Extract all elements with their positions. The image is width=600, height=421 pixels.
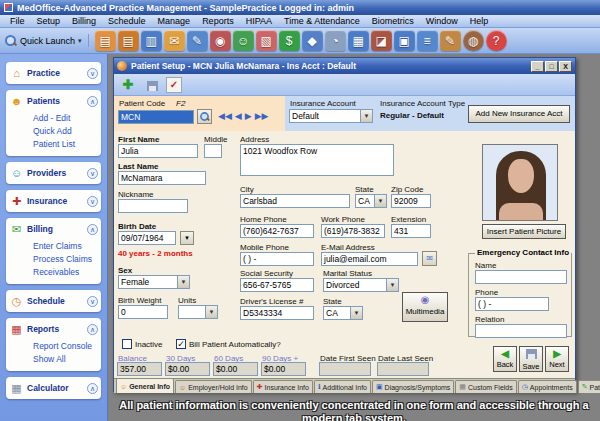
transport-icon[interactable]: ◆ [302, 30, 323, 51]
chevron-up-icon[interactable]: ∧ [87, 96, 98, 107]
units-select[interactable]: ▼ [178, 305, 218, 319]
menu-time-attendance[interactable]: Time & Attendance [278, 16, 366, 26]
first-name-input[interactable]: Julia [118, 144, 198, 158]
sidebar-header-billing[interactable]: ✉ Billing ∧ [9, 220, 98, 238]
back-button[interactable]: ◀ Back [493, 346, 517, 372]
patient-search-button[interactable] [197, 109, 212, 124]
nav-last-button[interactable]: ▶▶ [255, 111, 269, 121]
close-button[interactable]: X [559, 61, 572, 72]
emergency-relation-input[interactable] [475, 324, 567, 338]
statements-icon[interactable]: $ [279, 30, 300, 51]
menu-billing[interactable]: Billing [66, 16, 102, 26]
birth-date-input[interactable]: 09/07/1964 [118, 231, 176, 245]
save-button[interactable]: Save [519, 346, 543, 372]
verify-button[interactable]: ✓ [166, 77, 182, 93]
dl-state-select[interactable]: CA▼ [323, 306, 363, 320]
nav-prev-button[interactable]: ◀ [235, 111, 242, 121]
camera-icon[interactable]: ◉ [210, 30, 231, 51]
menu-schedule[interactable]: Schedule [102, 16, 152, 26]
birth-date-dropdown-button[interactable]: ▼ [180, 231, 194, 245]
sidebar-header-practice[interactable]: ⌂ Practice ∨ [9, 64, 98, 82]
workstation-icon[interactable]: ▣ [394, 30, 415, 51]
drivers-license-input[interactable]: D5343334 [240, 306, 314, 320]
chevron-down-icon[interactable]: ∨ [87, 296, 98, 307]
tab-general-info[interactable]: ☺General Info [116, 378, 174, 393]
emergency-name-input[interactable] [475, 270, 567, 284]
chevron-up-icon[interactable]: ∧ [87, 324, 98, 335]
quick-launch-button[interactable]: Quick Launch ▾ [4, 34, 89, 47]
sidebar-item-add-edit[interactable]: Add - Edit [33, 112, 98, 125]
chevron-down-icon[interactable]: ▼ [360, 110, 372, 122]
icd-codes-icon[interactable]: ▤ [118, 30, 139, 51]
middle-input[interactable] [204, 144, 222, 158]
sidebar-header-calculator[interactable]: ▦ Calculator ∧ [9, 379, 98, 397]
zip-input[interactable]: 92009 [391, 194, 431, 208]
mobile-phone-input[interactable]: ( ) - [240, 252, 314, 266]
nav-next-button[interactable]: ▶ [245, 111, 252, 121]
tab-appointments[interactable]: ◷Appointments [518, 380, 577, 393]
tab-patient-notes[interactable]: ✎Patient Notes [578, 380, 600, 393]
sidebar-header-reports[interactable]: ▦ Reports ∧ [9, 320, 98, 338]
bill-auto-checkbox[interactable]: ✓ [176, 339, 186, 349]
birth-weight-input[interactable]: 0 [118, 305, 168, 319]
chevron-down-icon[interactable]: ∨ [87, 168, 98, 179]
chevron-up-icon[interactable]: ∧ [87, 383, 98, 394]
maximize-button[interactable]: □ [545, 61, 558, 72]
last-name-input[interactable]: McNamara [118, 171, 206, 185]
statistics-icon[interactable]: ◪ [371, 30, 392, 51]
sidebar-header-schedule[interactable]: ◷ Schedule ∨ [9, 292, 98, 310]
fingerprint-icon[interactable]: ◍ [463, 30, 484, 51]
emergency-phone-input[interactable]: ( ) - [475, 297, 549, 311]
chevron-down-icon[interactable]: ▼ [374, 195, 386, 207]
network-icon[interactable]: ≡ [417, 30, 438, 51]
sidebar-header-insurance[interactable]: ✚ Insurance ∨ [9, 192, 98, 210]
extension-input[interactable]: 431 [391, 224, 431, 238]
menu-hipaa[interactable]: HIPAA [240, 16, 278, 26]
chevron-down-icon[interactable]: ▼ [386, 279, 398, 291]
sidebar-item-report-console[interactable]: Report Console [33, 340, 98, 353]
sidebar-header-patients[interactable]: ☻ Patients ∧ [9, 92, 98, 110]
charge-entry-icon[interactable]: ▧ [256, 30, 277, 51]
tab-custom-fields[interactable]: ▦Custom Fields [455, 380, 516, 393]
add-patient-button[interactable]: ✚ [118, 76, 138, 94]
insert-patient-picture-button[interactable]: Insert Patient Picture [482, 224, 566, 239]
menu-window[interactable]: Window [420, 16, 464, 26]
signature-pad-icon[interactable]: ✎ [440, 30, 461, 51]
patient-record-icon[interactable]: ▥ [141, 30, 162, 51]
sidebar-item-patient-list[interactable]: Patient List [33, 138, 98, 151]
sidebar-item-enter-claims[interactable]: Enter Claims [33, 240, 98, 253]
menu-setup[interactable]: Setup [31, 16, 67, 26]
nickname-input[interactable] [118, 199, 188, 213]
sidebar-item-show-all[interactable]: Show All [33, 353, 98, 366]
chevron-up-icon[interactable]: ∧ [87, 224, 98, 235]
sidebar-item-quick-add[interactable]: Quick Add [33, 125, 98, 138]
address-input[interactable]: 1021 Woodfox Row [240, 144, 394, 176]
reports-time-icon[interactable]: ◔ [325, 30, 346, 51]
next-button[interactable]: ▶ Next [545, 346, 569, 372]
tab-additional-info[interactable]: ℹAdditional Info [314, 380, 371, 393]
patient-referral-icon[interactable]: ☺ [233, 30, 254, 51]
marital-status-select[interactable]: Divorced▼ [323, 278, 399, 292]
chevron-down-icon[interactable]: ▼ [350, 307, 362, 319]
menu-reports[interactable]: Reports [196, 16, 240, 26]
menu-biometrics[interactable]: Biometrics [366, 16, 420, 26]
help-icon[interactable]: ? [486, 30, 507, 51]
chevron-down-icon[interactable]: ∨ [87, 68, 98, 79]
save-patient-button[interactable] [142, 76, 162, 94]
menu-help[interactable]: Help [464, 16, 495, 26]
menu-manage[interactable]: Manage [152, 16, 197, 26]
calculator-toolbar-icon[interactable]: ▦ [348, 30, 369, 51]
tab-insurance-info[interactable]: ✚Insurance Info [253, 380, 313, 393]
email-input[interactable]: julia@email.com [321, 252, 418, 266]
cpt-codes-icon[interactable]: ▤ [95, 30, 116, 51]
city-input[interactable]: Carlsbad [240, 194, 350, 208]
messages-icon[interactable]: ✉ [164, 30, 185, 51]
sidebar-item-receivables[interactable]: Receivables [33, 266, 98, 279]
send-email-button[interactable]: ✉ [422, 251, 437, 266]
insurance-account-select[interactable]: Default▼ [289, 109, 373, 123]
home-phone-input[interactable]: (760)642-7637 [240, 224, 314, 238]
tab-employer-hold-info[interactable]: ☺Employer/Hold Info [175, 380, 252, 393]
sidebar-item-process-claims[interactable]: Process Claims [33, 253, 98, 266]
progress-notes-icon[interactable]: ✎ [187, 30, 208, 51]
inactive-checkbox[interactable] [122, 339, 132, 349]
